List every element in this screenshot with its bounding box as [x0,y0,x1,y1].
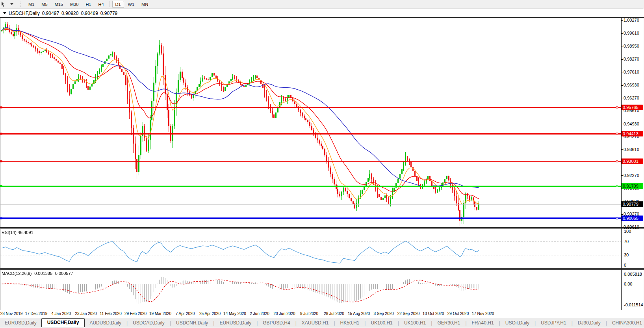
tick-dash [621,20,623,21]
price-tick-label: 0.98270 [621,57,639,61]
timeframe-button-m1[interactable]: M1 [25,1,37,8]
tab-usdchf-daily[interactable]: USDCHF,Daily [41,318,85,327]
tab-uk100-h1[interactable]: UK100,H1 [399,319,431,327]
tab-usdjpy-h1[interactable]: USDJPY,H1 [536,319,571,327]
chevron-down-icon[interactable] [10,3,13,5]
date-label: 17 Dec 2019 [25,311,48,316]
tick-dash [621,227,623,227]
timeframe-button-m15[interactable]: M15 [52,1,66,8]
price-tick-label: 0.89610 [621,225,639,229]
price-tick-label: 0.96270 [621,96,639,100]
tick-dash [621,111,623,111]
price-tick-label: 0.97610 [621,70,639,74]
toolbar-grip-handle[interactable] [20,2,22,7]
tab-xauusd-h1[interactable]: XAUUSD,H1 [297,319,334,327]
horizontal-line-0.94413[interactable] [0,133,621,135]
timeframe-button-w1[interactable]: W1 [125,1,138,8]
date-label: 2 Jun 2020 [250,311,269,316]
date-label: 29 Feb 2020 [124,311,147,316]
tick-dash [621,124,623,124]
line-handle-left[interactable] [0,160,2,162]
date-label: 9 Jul 2020 [300,311,318,316]
tab-china300-h1[interactable]: CHINA300,H1 [607,319,644,327]
tab-usdcad-daily[interactable]: USDCAD,Daily [128,319,169,327]
tick-dash [621,175,623,176]
horizontal-line-0.90055[interactable] [0,217,621,219]
date-label: 11 Feb 2020 [100,311,121,316]
line-handle-left[interactable] [0,133,2,135]
rsi-scale-70: 70 [624,239,629,244]
line-handle-right[interactable] [616,133,618,135]
macd-scale-top: 0.005818 [624,272,642,276]
price-tick-label: 0.96930 [621,83,639,87]
tab-eurusd-daily[interactable]: EURUSD,Daily [0,319,41,327]
toolbar-separator [109,1,110,7]
line-handle-right[interactable] [616,185,618,187]
horizontal-line-0.95765[interactable] [0,107,621,108]
timeframe-button-m30[interactable]: M30 [67,1,82,8]
timeframe-button-m5[interactable]: M5 [38,1,50,8]
tick-dash [621,98,623,98]
timeframe-toolbar: M1M5M15M30H1H4D1W1MN [0,0,644,8]
symbol-dropdown-icon[interactable] [3,12,6,14]
date-label: 10 Oct 2020 [423,311,444,316]
chart-symbol-label: USDCHF,Daily [9,11,40,16]
chart-cursor-icon[interactable] [1,1,7,7]
tab-usdcnh-daily[interactable]: USDCNH,Daily [171,319,213,327]
tab-hk50-h1[interactable]: HK50,H1 [336,319,364,327]
tab-usoil-daily[interactable]: USOil,Daily [501,319,534,327]
price-badge-0.94413: 0.94413 [622,131,643,136]
main-chart-canvas[interactable] [0,17,621,227]
date-label: 25 Apr 2020 [199,311,221,316]
date-label: 4 Jan 2020 [51,311,71,316]
tab-eurusd-daily[interactable]: EURUSD,Daily [215,319,256,327]
tick-dash [621,85,623,86]
ohlc-low: 0.90469 [81,11,98,16]
horizontal-line-0.93001[interactable] [0,161,621,162]
tab-uk100-h1[interactable]: UK100,H1 [366,319,397,327]
current-price-badge: 0.90779 [622,201,643,207]
price-tick-label: 0.93610 [621,147,639,152]
date-label: 23 Jan 2020 [75,311,97,316]
rsi-scale-30: 30 [624,252,629,257]
tab-fra40-h1[interactable]: FRA40,H1 [467,319,499,327]
price-badge-0.90055: 0.90055 [622,216,643,221]
tick-dash [621,46,623,46]
line-handle-left[interactable] [0,217,2,219]
timeframe-button-h4[interactable]: H4 [95,1,107,8]
date-label: 15 Aug 2020 [348,311,370,316]
macd-label: MACD(12,26,9) -0.001385 -0.000577 [2,271,73,276]
price-tick-label: 0.94930 [621,122,639,126]
chart-title-row: USDCHF,Daily 0.90497 0.90920 0.90469 0.9… [0,9,644,17]
date-axis: 28 Nov 201917 Dec 20194 Jan 202023 Jan 2… [0,310,644,318]
macd-scale-zero: 0.00 [624,282,632,286]
date-label: 28 Jul 2020 [324,311,344,316]
ohlc-close: 0.90779 [100,11,117,16]
price-tick-label: 1.00270 [621,18,639,22]
tab-dj30-daily[interactable]: DJ30,Daily [573,319,605,327]
macd-panel-canvas[interactable] [0,270,621,310]
rsi-label: RSI(14) 46.4091 [2,230,33,235]
line-handle-right[interactable] [616,217,618,219]
line-handle-right[interactable] [616,107,618,109]
timeframe-button-mn[interactable]: MN [138,1,151,8]
line-handle-left[interactable] [0,185,2,187]
tick-dash [621,33,623,34]
horizontal-line-0.91709[interactable] [0,186,621,187]
timeframe-button-d1[interactable]: D1 [112,1,124,8]
tab-ger30-h1[interactable]: GER30,H1 [432,319,465,327]
line-handle-left[interactable] [0,107,2,109]
rsi-scale-0: 0 [624,263,626,267]
tick-dash [621,137,623,137]
date-label: 7 Apr 2020 [176,311,195,316]
date-label: 17 Nov 2020 [472,311,494,316]
tab-gbpusd-h4[interactable]: GBPUSD,H4 [258,319,295,327]
rsi-panel-canvas[interactable] [0,229,621,268]
line-handle-right[interactable] [616,160,618,162]
price-badge-0.95765: 0.95765 [622,105,643,110]
price-badge-0.91709: 0.91709 [622,183,643,189]
chart-tab-bar: EURUSD,DailyUSDCHF,DailyAUDUSD,Daily|USD… [0,318,644,327]
tab-audusd-daily[interactable]: AUDUSD,Daily [85,319,126,327]
timeframe-button-h1[interactable]: H1 [82,1,94,8]
price-tick-label: 0.99610 [621,31,639,35]
